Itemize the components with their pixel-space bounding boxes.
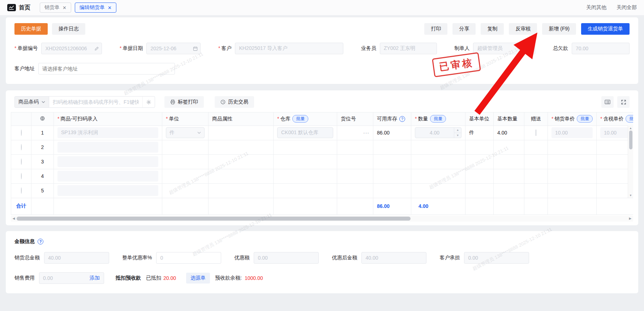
label-print-button[interactable]: 标签打印	[164, 96, 204, 108]
help-icon[interactable]: ?	[399, 116, 405, 122]
header-product: 商品-可扫码录入	[54, 112, 162, 125]
after-discount-input[interactable]	[361, 252, 426, 264]
operation-log-button[interactable]: 操作日志	[52, 23, 85, 35]
deduct-prepaid-label: 抵扣预收款	[116, 275, 141, 281]
discount-rate-input[interactable]	[156, 252, 221, 264]
header-tax-price-label: 含税单价	[600, 116, 623, 122]
row-radio[interactable]	[21, 158, 22, 165]
header-stock-label: 可用库存	[377, 116, 397, 122]
help-icon[interactable]: ?	[38, 239, 43, 244]
generate-return-button[interactable]: 生成销货退货单	[581, 23, 630, 35]
gift-checkbox[interactable]	[536, 129, 536, 136]
scroll-right-icon[interactable]: ▶	[627, 217, 633, 220]
header-base-unit-label: 基本单位	[469, 116, 489, 122]
share-button[interactable]: 分享	[452, 23, 476, 35]
row-number: 1	[31, 125, 54, 140]
row-radio[interactable]	[21, 129, 22, 136]
tab-sales-order[interactable]: 销货单 ✕	[40, 3, 71, 13]
print-button[interactable]: 打印	[424, 23, 447, 35]
home-label[interactable]: 首页	[19, 4, 30, 12]
row-radio[interactable]	[21, 144, 22, 150]
header-base-qty: 基本数量	[494, 112, 524, 125]
gear-icon[interactable]	[142, 97, 155, 107]
vertical-scrollbar[interactable]: ▲ ▼	[628, 125, 633, 198]
base-qty-cell: 4.00	[494, 125, 524, 140]
scroll-left-icon[interactable]: ◀	[11, 217, 17, 220]
total-qty: 4.00	[411, 198, 465, 214]
add-new-button[interactable]: 新增 (F9)	[542, 23, 576, 35]
batch-price-button[interactable]: 批量	[577, 115, 593, 123]
scroll-down-icon[interactable]: ▼	[629, 193, 632, 198]
items-card: 商品条码 标签打印 历史交易	[6, 90, 638, 225]
edit-pencil-icon[interactable]	[94, 46, 99, 51]
scroll-up-icon[interactable]: ▲	[629, 125, 632, 131]
page: 首页 销货单 ✕ 编辑销货单 ✕ 关闭其他 关闭全部 历史单据 操作日志 打印 …	[0, 0, 644, 311]
batch-qty-button[interactable]: 批量	[430, 115, 446, 123]
doc-no-field: 单据编号	[14, 43, 102, 54]
after-discount-label: 优惠后金额	[332, 255, 357, 261]
batch-tax-price-button[interactable]: 批量	[626, 115, 633, 123]
barcode-type-select[interactable]: 商品条码	[15, 97, 49, 107]
total-debt-input[interactable]	[572, 43, 630, 54]
discount-rate-field: 整单优惠率%	[122, 252, 221, 264]
table-row: 3	[11, 154, 634, 169]
header-qty-label: 数量	[415, 116, 428, 122]
creator-input[interactable]	[473, 43, 535, 54]
chevron-down-icon	[42, 101, 45, 103]
doc-no-input[interactable]	[41, 43, 102, 54]
total-amount-input[interactable]	[44, 252, 109, 264]
discount-amount-input[interactable]	[254, 252, 319, 264]
header-warehouse-label: 仓库	[277, 116, 290, 122]
customer-address-label: 客户地址	[14, 65, 35, 72]
customer-bear-input[interactable]	[464, 252, 529, 264]
creator-field: 制单人	[454, 43, 535, 54]
header-price-label: 销货单价	[551, 116, 575, 122]
close-others-link[interactable]: 关闭其他	[586, 4, 606, 11]
qty-down-icon[interactable]: ▼	[454, 133, 461, 138]
header-gift-label: 赠送	[531, 116, 541, 122]
header-attr-label: 商品属性	[212, 116, 232, 122]
calendar-icon[interactable]	[193, 46, 198, 51]
batch-warehouse-button[interactable]: 批量	[292, 115, 308, 123]
table-row: 5	[11, 183, 634, 198]
history-trade-button[interactable]: 历史交易	[215, 96, 254, 108]
after-discount-field: 优惠后金额	[332, 252, 426, 264]
qty-stepper[interactable]: 4.00▲▼	[415, 127, 461, 138]
doc-date-input[interactable]	[146, 43, 201, 54]
scan-input[interactable]	[49, 97, 142, 107]
select-source-button[interactable]: 选源单	[186, 273, 210, 284]
header-tax-price: 含税单价批量	[597, 112, 634, 125]
price-input[interactable]: 10.00	[551, 127, 593, 138]
add-expense-link[interactable]: 添加	[90, 275, 100, 281]
tab-edit-sales-order[interactable]: 编辑销货单 ✕	[75, 3, 116, 13]
fullscreen-icon[interactable]	[617, 96, 630, 108]
vertical-scroll-thumb[interactable]	[629, 131, 632, 149]
copy-button[interactable]: 复制	[481, 23, 504, 35]
product-input[interactable]	[57, 156, 158, 167]
total-label: 合计	[11, 198, 31, 214]
close-tab-icon[interactable]: ✕	[63, 5, 66, 10]
unit-select[interactable]: 件	[166, 127, 205, 138]
horizontal-scrollbar[interactable]: ◀ ▶	[11, 216, 633, 222]
order-header-card: 历史单据 操作日志 打印 分享 复制 反审核 新增 (F9) 生成销货退货单 单…	[6, 17, 638, 84]
close-tab-icon[interactable]: ✕	[108, 5, 112, 10]
horizontal-scroll-thumb[interactable]	[17, 217, 411, 221]
close-all-link[interactable]: 关闭全部	[617, 4, 637, 11]
header-row-settings[interactable]	[31, 112, 54, 125]
history-docs-button[interactable]: 历史单据	[14, 23, 48, 35]
qty-up-icon[interactable]: ▲	[454, 128, 461, 133]
slot-more-button[interactable]: ···	[363, 130, 369, 136]
row-radio[interactable]	[21, 173, 22, 179]
warehouse-input[interactable]: CK001 默认仓库	[277, 127, 333, 138]
row-radio[interactable]	[21, 187, 22, 194]
customer-input[interactable]	[235, 43, 343, 54]
salesman-input[interactable]	[380, 43, 437, 54]
header-warehouse: 仓库批量	[274, 112, 337, 125]
customer-address-input[interactable]	[38, 63, 175, 74]
product-input[interactable]: SP139 演示利润	[57, 127, 158, 138]
unapprove-button[interactable]: 反审核	[509, 23, 537, 35]
product-input[interactable]	[57, 142, 158, 153]
product-input[interactable]	[57, 171, 158, 182]
product-input[interactable]	[57, 185, 158, 196]
column-settings-icon[interactable]	[601, 96, 614, 108]
